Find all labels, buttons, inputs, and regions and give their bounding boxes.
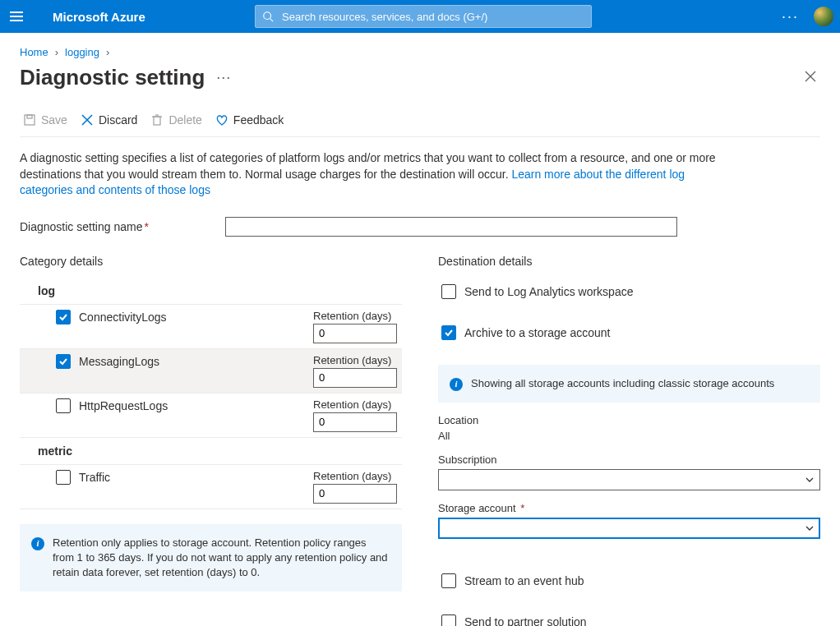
log-label: ConnectivityLogs	[79, 310, 167, 324]
save-label: Save	[41, 113, 67, 127]
save-icon	[23, 113, 36, 127]
retention-input-httprequest[interactable]	[313, 412, 397, 432]
toolbar: Save Discard Delete Feedback	[20, 110, 820, 137]
discard-icon	[81, 113, 94, 127]
breadcrumb-home[interactable]: Home	[20, 46, 48, 58]
checkbox-log-analytics[interactable]	[441, 284, 456, 299]
checkbox-httprequest[interactable]	[56, 398, 71, 413]
discard-label: Discard	[99, 113, 137, 127]
delete-button[interactable]: Delete	[147, 110, 205, 130]
search-box[interactable]	[255, 5, 592, 28]
location-value: All	[438, 430, 820, 442]
feedback-button[interactable]: Feedback	[212, 110, 287, 130]
destination-heading: Destination details	[438, 255, 820, 268]
log-section-heading: log	[20, 278, 402, 305]
storage-info-text: Showing all storage accounts including c…	[471, 376, 774, 391]
metric-section-heading: metric	[20, 438, 402, 465]
retention-info-box: i Retention only applies to storage acco…	[20, 524, 402, 592]
setting-name-label: Diagnostic setting name*	[20, 220, 225, 233]
retention-label: Retention (days)	[313, 310, 397, 322]
chevron-right-icon: ›	[55, 46, 58, 58]
setting-name-input[interactable]	[225, 217, 677, 237]
discard-button[interactable]: Discard	[77, 110, 141, 130]
brand: Microsoft Azure	[53, 10, 145, 24]
location-label: Location	[438, 414, 820, 426]
log-label: HttpRequestLogs	[79, 398, 168, 412]
category-heading: Category details	[20, 255, 402, 268]
search-input[interactable]	[280, 10, 584, 24]
checkbox-connectivity[interactable]	[56, 310, 71, 325]
svg-line-1	[270, 19, 274, 22]
svg-rect-5	[27, 115, 32, 118]
svg-rect-4	[25, 115, 35, 125]
retention-input-connectivity[interactable]	[313, 324, 397, 343]
dest-log-analytics: Send to Log Analytics workspace	[438, 278, 820, 306]
dest-label: Stream to an event hub	[464, 574, 584, 587]
info-icon: i	[450, 378, 463, 391]
chevron-right-icon: ›	[106, 46, 109, 58]
save-button[interactable]: Save	[20, 110, 71, 130]
subscription-select[interactable]	[438, 469, 820, 490]
retention-info-text: Retention only applies to storage accoun…	[53, 536, 390, 581]
svg-point-0	[264, 12, 271, 20]
dest-partner: Send to partner solution	[438, 608, 820, 626]
breadcrumb-logging[interactable]: logging	[65, 46, 99, 58]
delete-label: Delete	[168, 113, 201, 127]
dest-storage: Archive to a storage account	[438, 319, 820, 347]
checkbox-storage[interactable]	[441, 325, 456, 340]
retention-input-traffic[interactable]	[313, 484, 397, 504]
chevron-down-icon	[805, 523, 815, 533]
heart-icon	[215, 113, 228, 127]
log-row-connectivity: ConnectivityLogs Retention (days)	[20, 305, 402, 349]
storage-info-box: i Showing all storage accounts including…	[438, 365, 820, 403]
retention-label: Retention (days)	[313, 354, 397, 366]
checkbox-partner[interactable]	[441, 614, 456, 626]
search-icon	[262, 11, 274, 22]
checkbox-messaging[interactable]	[56, 354, 71, 369]
log-row-messaging: MessagingLogs Retention (days)	[20, 349, 402, 394]
description: A diagnostic setting specifies a list of…	[20, 150, 735, 199]
avatar[interactable]	[814, 7, 833, 26]
feedback-label: Feedback	[233, 113, 284, 127]
page-title: Diagnostic setting	[20, 65, 205, 90]
dest-label: Send to partner solution	[464, 615, 587, 626]
checkbox-event-hub[interactable]	[441, 573, 456, 588]
more-button[interactable]: ···	[782, 8, 799, 25]
metric-label: Traffic	[79, 470, 110, 484]
retention-label: Retention (days)	[313, 470, 397, 482]
dest-event-hub: Stream to an event hub	[438, 567, 820, 595]
page-more-button[interactable]: ···	[216, 69, 231, 86]
retention-input-messaging[interactable]	[313, 368, 397, 388]
chevron-down-icon	[805, 475, 815, 485]
close-icon	[804, 70, 817, 83]
subscription-label: Subscription	[438, 453, 820, 466]
info-icon: i	[31, 537, 44, 550]
log-row-httprequest: HttpRequestLogs Retention (days)	[20, 394, 402, 438]
metric-row-traffic: Traffic Retention (days)	[20, 465, 402, 509]
log-label: MessagingLogs	[79, 354, 159, 368]
top-bar: Microsoft Azure ···	[0, 0, 840, 33]
close-button[interactable]	[801, 67, 820, 89]
delete-icon	[150, 113, 164, 127]
storage-account-label: Storage account *	[438, 502, 820, 514]
checkbox-traffic[interactable]	[56, 470, 71, 485]
svg-rect-8	[154, 117, 160, 125]
retention-label: Retention (days)	[313, 398, 397, 411]
menu-button[interactable]	[0, 0, 33, 33]
hamburger-icon	[10, 12, 23, 21]
dest-label: Send to Log Analytics workspace	[464, 285, 633, 298]
storage-account-select[interactable]	[438, 518, 820, 539]
breadcrumb: Home › logging ›	[20, 46, 820, 58]
dest-label: Archive to a storage account	[464, 326, 610, 339]
